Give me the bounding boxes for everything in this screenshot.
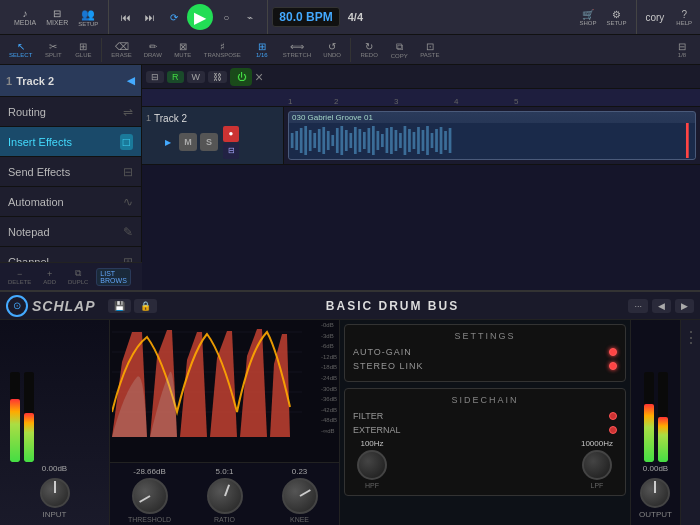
ratio-knob[interactable] (207, 478, 243, 514)
notepad-label: Notepad (8, 226, 50, 238)
send-effects-label: Send Effects (8, 166, 70, 178)
play-button[interactable]: ▶ (187, 4, 213, 30)
lpf-knob[interactable] (582, 450, 612, 480)
db-label-18: -18dB (321, 364, 337, 370)
stereo-link-row: STEREO LINK (353, 361, 617, 371)
media-button[interactable]: ♪ MEDIA (10, 6, 40, 28)
output-meter-left-fill (644, 404, 654, 463)
duplicate-button[interactable]: ⧉DUPLC (64, 267, 92, 286)
help-button[interactable]: ?HELP (672, 7, 696, 28)
sidebar-item-notepad[interactable]: Notepad ✎ (0, 217, 141, 247)
power-button[interactable]: ⏻ (230, 68, 252, 86)
svg-rect-15 (354, 127, 357, 154)
mute-button[interactable]: M (179, 133, 197, 151)
stereo-link-led[interactable] (609, 362, 617, 370)
chain-button[interactable]: ⛓ (208, 71, 227, 83)
mute-tool[interactable]: ⊠MUTE (169, 40, 197, 59)
sidebar-item-routing[interactable]: Routing ⇌ (0, 97, 141, 127)
svg-rect-7 (318, 129, 321, 152)
split-tool[interactable]: ✂SPLIT (39, 40, 67, 59)
svg-rect-33 (435, 129, 438, 152)
sidechain-title: SIDECHAIN (353, 395, 617, 405)
freq-knobs-row: 100Hz HPF 10000Hz LPF (353, 439, 617, 489)
play-icon-btn[interactable]: ▶ (160, 134, 176, 150)
plugin-right-strip: ⋮ (680, 320, 700, 525)
list-browse-button[interactable]: LISTBROWS (96, 268, 130, 286)
select-tool[interactable]: ↖SELECT (4, 40, 37, 59)
lock-icon-button[interactable]: 🔒 (134, 299, 157, 313)
tempo-display[interactable]: 80.0 BPM (272, 7, 339, 27)
svg-rect-13 (345, 130, 348, 151)
input-meter-right-group (24, 372, 34, 462)
loop-button[interactable]: ⟳ (163, 10, 185, 25)
output-knob[interactable] (640, 478, 670, 508)
lpf-label: LPF (591, 482, 604, 489)
external-led[interactable] (609, 426, 617, 434)
svg-rect-36 (449, 128, 452, 153)
db-label-12: -12dB (321, 354, 337, 360)
output-value-display: 0.00dB (643, 464, 668, 473)
svg-rect-10 (331, 135, 334, 146)
automation-icon: ∿ (123, 195, 133, 209)
mixer-button[interactable]: ⊟ MIXER (42, 6, 72, 28)
setup-button[interactable]: ⚙SETUP (602, 7, 630, 28)
auto-gain-label: AUTO-GAIN (353, 347, 412, 357)
delete-button[interactable]: −DELETE (4, 268, 35, 286)
sidebar-item-automation[interactable]: Automation ∿ (0, 187, 141, 217)
track-ruler: 1 2 3 4 5 (142, 89, 700, 107)
threshold-knob[interactable] (132, 478, 168, 514)
sidebar-item-send-effects[interactable]: Send Effects ⊟ (0, 157, 141, 187)
audio-clip[interactable]: 030 Gabriel Groove 01 (288, 111, 696, 160)
paste-tool[interactable]: ⊡PASTE (415, 40, 444, 59)
knee-knob[interactable] (282, 478, 318, 514)
plugin-options-button[interactable]: ··· (628, 299, 648, 313)
db-label-24: -24dB (321, 375, 337, 381)
add-button[interactable]: +ADD (39, 268, 60, 286)
plugin-control-buttons: 💾 🔒 (108, 299, 157, 313)
track-arrow-icon[interactable]: ◀ (127, 75, 135, 86)
db-label-30: -30dB (321, 386, 337, 392)
quantize-tool[interactable]: ⊞1/16 (248, 40, 276, 59)
svg-rect-37 (686, 123, 689, 158)
track-header[interactable]: 1 Track 2 ◀ (0, 65, 141, 97)
save-icon-button[interactable]: 💾 (108, 299, 131, 313)
filter-led[interactable] (609, 412, 617, 420)
svg-rect-14 (349, 133, 352, 148)
cart-button[interactable]: 🛒SHOP (575, 7, 600, 28)
input-knob[interactable] (40, 478, 70, 508)
routing-label: Routing (8, 106, 46, 118)
track-area: ⊟ R W ⛓ ⏻ × 1 2 3 4 5 1 Track 2 (142, 65, 700, 290)
input-knob-group: INPUT (40, 476, 70, 519)
undo-tool[interactable]: ↺UNDO (318, 40, 346, 59)
erase-tool[interactable]: ⌫ERASE (106, 40, 136, 59)
svg-rect-25 (399, 133, 402, 148)
forward-button[interactable]: ⏭ (139, 10, 161, 25)
rewind-button[interactable]: ⏮ (115, 10, 137, 25)
close-button[interactable]: × (255, 69, 263, 85)
redo-tool[interactable]: ↻REDO (355, 40, 383, 59)
glue-tool[interactable]: ⊞GLUE (69, 40, 97, 59)
W-button[interactable]: W (187, 71, 206, 83)
plugin-prev-button[interactable]: ◀ (652, 299, 671, 313)
solo-button[interactable]: S (200, 133, 218, 151)
arm-record-button[interactable]: ● (223, 126, 239, 142)
plugin-next-button[interactable]: ▶ (675, 299, 694, 313)
screen-view-button[interactable]: ⊟ (146, 71, 164, 83)
draw-tool[interactable]: ✏DRAW (139, 40, 167, 59)
transpose-tool[interactable]: ♯TRANSPOSE (199, 40, 246, 59)
metronome-button[interactable]: ⌁ (239, 10, 261, 25)
copy-tool[interactable]: ⧉COPY (385, 40, 413, 60)
svg-rect-31 (426, 126, 429, 155)
hpf-group: 100Hz HPF (357, 439, 387, 489)
users-button[interactable]: 👥 SETUP (74, 6, 102, 29)
sidebar-item-insert-effects[interactable]: Insert Effects □ (0, 127, 141, 157)
automation-label: Automation (8, 196, 64, 208)
monitor-button[interactable]: ⊟ (223, 143, 239, 159)
auto-gain-led[interactable] (609, 348, 617, 356)
resize-handle[interactable]: ⋮ (683, 328, 699, 347)
panel-tool[interactable]: ⊟1/8 (668, 40, 696, 59)
stretch-tool[interactable]: ⟺STRETCH (278, 40, 316, 59)
record-circle-button[interactable]: ○ (215, 10, 237, 25)
R-button[interactable]: R (167, 71, 184, 83)
hpf-knob[interactable] (357, 450, 387, 480)
